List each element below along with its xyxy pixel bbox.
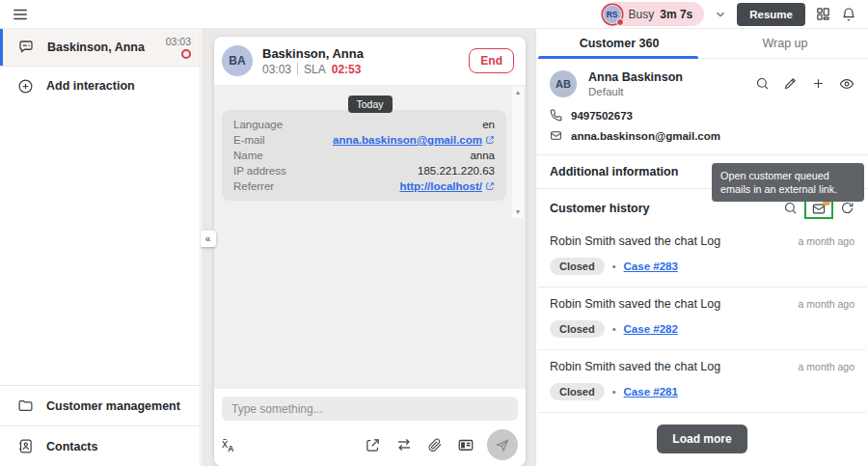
info-label: Language xyxy=(233,119,283,130)
refresh-history-icon[interactable] xyxy=(840,201,854,215)
agent-status-pill[interactable]: RS Busy 3m 7s xyxy=(601,2,705,26)
bullet-separator: • xyxy=(612,323,616,335)
info-label: IP address xyxy=(233,165,286,177)
customer-phone[interactable]: 9497502673 xyxy=(571,110,633,122)
sidebar-item-active-chat[interactable]: Baskinson, Anna 03:03 xyxy=(0,29,200,66)
info-row: Name anna xyxy=(233,148,495,163)
interaction-timer: 03:03 xyxy=(166,36,191,47)
search-history-icon[interactable] xyxy=(783,201,798,215)
history-item-time: a month ago xyxy=(799,298,854,310)
contacts-icon xyxy=(17,438,34,454)
history-item: Robin Smith saved the chat Log a month a… xyxy=(536,225,868,287)
customer-subtitle: Default xyxy=(588,86,683,97)
resume-button[interactable]: Resume xyxy=(737,3,805,26)
add-interaction-button[interactable]: Add interaction xyxy=(0,67,200,105)
customer-360-panel: Customer 360 Wrap up AB Anna Baskinson D… xyxy=(535,29,868,466)
info-row: Language en xyxy=(233,117,495,132)
info-value: anna xyxy=(470,150,495,161)
busy-status-dot xyxy=(616,18,624,26)
chat-header: BA Baskinson, Anna 03:03 SLA 02:53 End xyxy=(214,37,526,85)
top-bar: RS Busy 3m 7s Resume xyxy=(0,0,868,29)
translate-icon[interactable]: x̄A xyxy=(222,437,233,453)
info-row: Referrer http://localhost/ xyxy=(233,178,495,194)
customer-avatar: AB xyxy=(550,70,577,97)
email-link[interactable]: anna.baskinson@gmail.com xyxy=(333,134,495,146)
status-timer: 3m 7s xyxy=(660,8,692,21)
info-row: E-mail anna.baskinson@gmail.com xyxy=(233,132,495,148)
visitor-info-card: Language en E-mail anna.baskinson@gmail.… xyxy=(222,110,506,201)
chat-timer: 03:03 xyxy=(262,63,291,76)
chat-message-area: Today Language en E-mail anna.baskinson@… xyxy=(214,85,526,389)
search-customer-icon[interactable] xyxy=(755,76,770,91)
hamburger-menu-icon[interactable] xyxy=(12,6,29,23)
referrer-link[interactable]: http://localhost/ xyxy=(399,180,495,192)
info-label: E-mail xyxy=(233,134,265,146)
sla-countdown: 02:53 xyxy=(332,63,362,76)
quick-responses-icon[interactable] xyxy=(457,436,475,453)
external-link-icon xyxy=(485,135,495,145)
attachment-icon[interactable] xyxy=(427,437,443,452)
envelope-icon xyxy=(550,129,562,142)
view-customer-icon[interactable] xyxy=(839,76,854,92)
load-more-button[interactable]: Load more xyxy=(657,425,746,453)
info-value: en xyxy=(482,119,495,130)
history-item-text: Robin Smith saved the chat Log xyxy=(550,297,720,311)
notifications-bell-icon[interactable] xyxy=(841,7,856,22)
add-interaction-label: Add interaction xyxy=(46,79,135,93)
case-link[interactable]: Case #282 xyxy=(624,323,678,335)
case-link[interactable]: Case #281 xyxy=(624,386,678,397)
history-item: Robin Smith saved the chat Log a month a… xyxy=(536,288,868,349)
scroll-up-icon[interactable]: ▲ xyxy=(515,89,522,96)
agent-avatar: RS xyxy=(601,3,622,26)
sidebar-item-customer-management[interactable]: Customer management xyxy=(0,385,200,425)
tab-customer-360[interactable]: Customer 360 xyxy=(536,29,702,58)
chat-card: BA Baskinson, Anna 03:03 SLA 02:53 End T… xyxy=(214,37,526,466)
customer-contact-info: 9497502673 anna.baskinson@gmail.com xyxy=(536,97,868,154)
chat-composer: x̄A xyxy=(214,389,526,466)
history-item: Robin Smith saved the chat Log a month a… xyxy=(536,350,868,412)
app-launcher-icon[interactable] xyxy=(815,6,831,22)
history-item-text: Robin Smith saved the chat Log xyxy=(550,234,720,248)
status-badge: Closed xyxy=(550,383,605,400)
plus-circle-icon xyxy=(17,78,34,95)
sidebar-item-contacts[interactable]: Contacts xyxy=(0,425,200,466)
info-label: Name xyxy=(233,150,263,161)
send-button[interactable] xyxy=(487,429,518,460)
open-external-icon[interactable] xyxy=(365,437,381,453)
scroll-down-icon[interactable]: ▼ xyxy=(515,208,522,216)
chat-contact-name: Baskinson, Anna xyxy=(262,46,364,61)
customer-email[interactable]: anna.baskinson@gmail.com xyxy=(571,130,720,142)
email-row: anna.baskinson@gmail.com xyxy=(550,129,854,142)
end-chat-button[interactable]: End xyxy=(469,48,514,73)
info-row: IP address 185.221.220.63 xyxy=(233,163,495,178)
edit-customer-icon[interactable] xyxy=(783,76,798,91)
message-input[interactable] xyxy=(222,397,518,421)
active-tab-underline xyxy=(538,56,698,59)
day-divider-badge: Today xyxy=(347,96,392,113)
chat-scrollbar[interactable]: ▲ ▼ xyxy=(512,87,524,218)
phone-row: 9497502673 xyxy=(550,109,854,122)
status-badge: Closed xyxy=(550,320,605,338)
divider xyxy=(297,63,298,75)
customer-summary: AB Anna Baskinson Default xyxy=(536,59,868,97)
sla-warning-ring-icon xyxy=(181,49,191,59)
chevron-down-icon[interactable] xyxy=(714,8,727,21)
transfer-icon[interactable] xyxy=(395,436,413,453)
add-customer-icon[interactable] xyxy=(811,76,826,91)
workspace-background: « BA Baskinson, Anna 03:03 SLA 02:53 End… xyxy=(202,29,535,466)
status-label: Busy xyxy=(629,8,655,21)
queued-emails-tooltip: Open customer queued emails in an extern… xyxy=(712,163,864,202)
customer-name: Anna Baskinson xyxy=(588,70,683,84)
customer-history-heading: Customer history xyxy=(550,202,650,215)
info-label: Referrer xyxy=(233,180,274,192)
collapse-panel-handle[interactable]: « xyxy=(200,231,216,247)
status-badge: Closed xyxy=(550,258,605,275)
history-item-time: a month ago xyxy=(799,361,854,372)
phone-icon xyxy=(550,109,562,122)
tab-wrap-up[interactable]: Wrap up xyxy=(702,29,868,58)
chat-bubble-icon xyxy=(17,39,35,56)
send-plane-icon xyxy=(495,437,510,452)
case-link[interactable]: Case #283 xyxy=(624,260,678,272)
customer-management-label: Customer management xyxy=(46,399,180,413)
bullet-separator: • xyxy=(612,386,616,397)
